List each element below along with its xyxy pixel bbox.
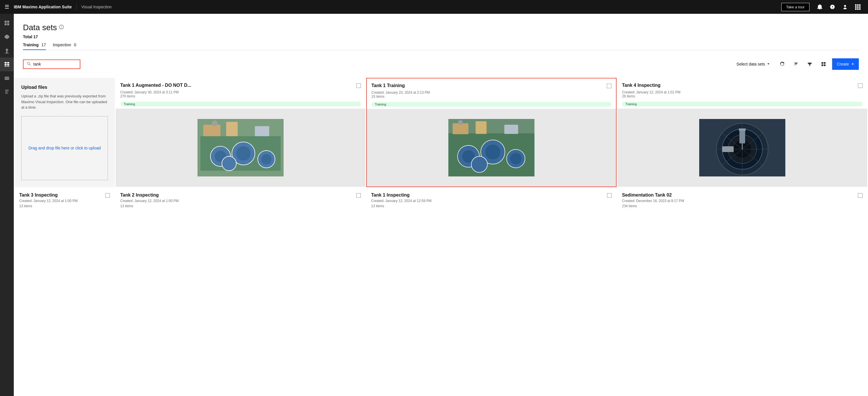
app-body: Data sets i Total 17 Training 17 Inspect…: [0, 14, 868, 396]
svg-point-47: [471, 156, 487, 172]
svg-rect-48: [453, 123, 468, 134]
svg-line-21: [30, 64, 31, 65]
svg-rect-64: [722, 146, 734, 152]
card-image-2: [617, 109, 867, 187]
take-tour-button[interactable]: Take a tour: [781, 3, 809, 11]
dataset-grid-row1: Upload files Upload a .zip file that was…: [14, 78, 868, 187]
card-checkbox[interactable]: [858, 83, 863, 88]
bottom-card-title: Tank 1 Inspecting: [371, 193, 410, 198]
svg-rect-12: [5, 78, 9, 79]
svg-rect-14: [5, 90, 9, 90]
card-checkbox[interactable]: [607, 84, 611, 88]
svg-rect-16: [5, 92, 7, 92]
bottom-card-checkbox[interactable]: [858, 193, 863, 198]
info-icon[interactable]: i: [59, 25, 64, 30]
card-header: Tank 4 Inspecting: [617, 78, 867, 90]
svg-rect-6: [7, 62, 9, 63]
svg-rect-10: [7, 66, 9, 67]
bottom-card-items: 234 items: [622, 204, 863, 208]
svg-rect-37: [255, 126, 269, 136]
bottom-card-checkbox[interactable]: [105, 193, 110, 198]
dropzone-text: Drag and drop file here or click to uplo…: [28, 146, 101, 150]
sidebar-item-home[interactable]: [0, 16, 14, 30]
help-icon[interactable]: [827, 1, 838, 12]
user-icon[interactable]: [839, 1, 851, 12]
svg-point-44: [485, 145, 500, 160]
svg-rect-2: [5, 23, 7, 25]
svg-rect-15: [5, 91, 9, 91]
svg-rect-1: [7, 21, 9, 23]
svg-rect-23: [824, 62, 826, 64]
svg-text:i: i: [61, 26, 62, 29]
search-input[interactable]: [33, 62, 76, 66]
sidebar: [0, 14, 14, 396]
bottom-card-header: Tank 2 Inspecting: [120, 193, 361, 199]
search-box[interactable]: [23, 59, 81, 69]
svg-rect-36: [226, 122, 238, 136]
sidebar-item-deployments[interactable]: [0, 71, 14, 85]
upload-dropzone[interactable]: Drag and drop file here or click to uplo…: [21, 116, 108, 180]
bottom-card-1[interactable]: Tank 2 Inspecting Created: January 12, 2…: [115, 188, 366, 234]
bottom-card-title: Tank 3 Inspecting: [19, 193, 58, 198]
view-grid-button[interactable]: [818, 59, 829, 69]
sort-button[interactable]: [791, 59, 801, 69]
bottom-card-items: 13 items: [120, 204, 361, 208]
bottom-card-items: 13 items: [19, 204, 110, 208]
svg-rect-17: [5, 93, 8, 94]
card-checkbox[interactable]: [356, 83, 361, 88]
svg-rect-11: [5, 77, 9, 78]
bottom-card-3[interactable]: Sedimentation Tank 02 Created: December …: [617, 188, 867, 234]
upload-card: Upload files Upload a .zip file that was…: [14, 78, 115, 187]
sidebar-item-reports[interactable]: [0, 85, 14, 99]
bottom-card-items: 13 items: [371, 204, 612, 208]
dataset-card-0[interactable]: Tank 1 Augmented - DO NOT D... Created: …: [115, 78, 366, 187]
dataset-card-2[interactable]: Tank 4 Inspecting Created: January 12, 2…: [617, 78, 867, 187]
app-name: Visual Inspection: [81, 5, 112, 9]
card-image-0: [116, 109, 365, 187]
filter-button[interactable]: [805, 59, 815, 69]
svg-rect-63: [742, 143, 743, 149]
svg-rect-7: [5, 64, 7, 65]
svg-rect-62: [739, 129, 746, 131]
bottom-card-header: Sedimentation Tank 02: [622, 193, 863, 199]
card-badge: Training: [371, 102, 611, 107]
upload-description: Upload a .zip file that was previously e…: [21, 93, 108, 110]
page-title-row: Data sets i: [23, 23, 859, 32]
upload-title: Upload files: [21, 85, 108, 90]
create-button[interactable]: Create +: [832, 58, 859, 70]
svg-point-46: [510, 153, 522, 164]
bottom-card-title: Tank 2 Inspecting: [120, 193, 159, 198]
svg-point-33: [261, 154, 272, 164]
svg-point-51: [458, 120, 463, 125]
svg-rect-35: [203, 125, 220, 136]
total-row: Total 17: [23, 34, 859, 39]
apps-icon[interactable]: [852, 1, 863, 12]
svg-marker-4: [5, 34, 9, 39]
select-datasets-dropdown[interactable]: Select data sets: [733, 60, 774, 68]
svg-rect-25: [824, 64, 826, 66]
svg-point-34: [222, 156, 236, 171]
card-image-1: [367, 109, 616, 187]
bell-icon[interactable]: [814, 1, 826, 12]
refresh-button[interactable]: [777, 59, 787, 69]
bottom-card-created: Created: January 12, 2024 at 12:59 PM: [371, 199, 612, 203]
main-content: Data sets i Total 17 Training 17 Inspect…: [14, 14, 868, 396]
dataset-card-1[interactable]: Tank 1 Training Created: January 23, 202…: [366, 78, 617, 187]
sidebar-item-models[interactable]: [0, 30, 14, 44]
menu-icon[interactable]: ☰: [5, 4, 9, 10]
svg-rect-50: [504, 125, 518, 134]
filter-tabs: Training 17 Inspection 0: [23, 43, 859, 50]
bottom-card-checkbox[interactable]: [607, 193, 612, 198]
svg-rect-0: [5, 21, 7, 23]
top-navigation: ☰ IBM Maximo Application Suite Visual In…: [0, 0, 868, 14]
bottom-card-created: Created: December 16, 2023 at 8:17 PM: [622, 199, 863, 203]
svg-rect-24: [822, 64, 823, 66]
bottom-card-2[interactable]: Tank 1 Inspecting Created: January 12, 2…: [366, 188, 617, 234]
tab-training[interactable]: Training 17: [23, 43, 46, 50]
card-header: Tank 1 Training: [367, 79, 616, 90]
sidebar-item-datasets[interactable]: [0, 57, 14, 71]
bottom-card-checkbox[interactable]: [356, 193, 361, 198]
sidebar-item-upload[interactable]: [0, 44, 14, 57]
bottom-card-0[interactable]: Tank 3 Inspecting Created: January 12, 2…: [14, 188, 115, 234]
tab-inspection[interactable]: Inspection 0: [53, 43, 76, 50]
